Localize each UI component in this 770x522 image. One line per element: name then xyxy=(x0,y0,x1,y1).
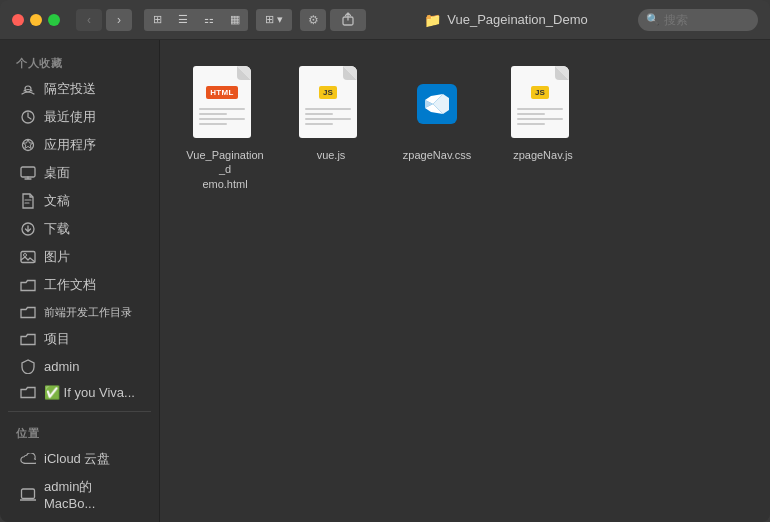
view-icon-columns[interactable]: ⚏ xyxy=(196,9,222,31)
file-name-zpagenav-js: zpageNav.js xyxy=(513,148,573,162)
share-icon xyxy=(342,12,354,28)
file-name-zpagenav-css: zpageNav.css xyxy=(403,148,471,162)
sidebar-item-label: 工作文档 xyxy=(44,276,96,294)
sidebar-item-frontend[interactable]: 前端开发工作目录 xyxy=(4,299,155,325)
minimize-button[interactable] xyxy=(30,14,42,26)
sort-buttons: ⊞ ▾ xyxy=(256,9,292,31)
file-name-vue-js: vue.js xyxy=(317,148,346,162)
toolbar-actions: ⚙ xyxy=(300,9,366,31)
sidebar-section-locations: 位置 xyxy=(0,418,159,445)
forward-icon: › xyxy=(117,13,121,27)
sidebar-section-personal: 个人收藏 xyxy=(0,48,159,75)
file-item-zpagenav-js[interactable]: JS zpageNav.js xyxy=(498,60,588,197)
sidebar-item-label: 最近使用 xyxy=(44,108,96,126)
frontend-folder-icon xyxy=(20,304,36,320)
sidebar-item-macbook[interactable]: admin的MacBo... xyxy=(4,473,155,516)
file-item-vue-html[interactable]: HTML Vue_Pagination_demo.html xyxy=(180,60,270,197)
sidebar-item-pictures[interactable]: 图片 xyxy=(4,243,155,271)
sidebar-item-label: admin的MacBo... xyxy=(44,478,139,511)
sidebar-item-label: iCloud 云盘 xyxy=(44,450,110,468)
recents-icon xyxy=(20,109,36,125)
search-box[interactable]: 🔍 xyxy=(638,9,758,31)
svg-point-3 xyxy=(23,140,34,151)
sidebar-item-admin[interactable]: admin xyxy=(4,353,155,379)
sidebar-item-viva[interactable]: ✅ If you Viva... xyxy=(4,379,155,405)
title-text: Vue_Pageination_Demo xyxy=(447,12,587,27)
view-icon-cover[interactable]: ▦ xyxy=(222,9,248,31)
sidebar: 个人收藏 隔空投送 最近使用 xyxy=(0,40,160,522)
sidebar-item-recents[interactable]: 最近使用 xyxy=(4,103,155,131)
sidebar-item-label: 前端开发工作目录 xyxy=(44,305,132,320)
projects-folder-icon xyxy=(20,331,36,347)
sidebar-item-label: 图片 xyxy=(44,248,70,266)
back-icon: ‹ xyxy=(87,13,91,27)
main-area: 个人收藏 隔空投送 最近使用 xyxy=(0,40,770,522)
share-button[interactable] xyxy=(330,9,366,31)
admin-icon xyxy=(20,358,36,374)
close-button[interactable] xyxy=(12,14,24,26)
sidebar-item-workdocs[interactable]: 工作文档 xyxy=(4,271,155,299)
view-more-btn[interactable]: ⊞ ▾ xyxy=(256,9,292,31)
maximize-button[interactable] xyxy=(48,14,60,26)
back-button[interactable]: ‹ xyxy=(76,9,102,31)
grid-icon: ⊞ xyxy=(153,13,162,26)
grid-dots-icon: ⊞ ▾ xyxy=(265,13,283,26)
sidebar-item-label: 隔空投送 xyxy=(44,80,96,98)
nav-buttons: ‹ › xyxy=(76,9,132,31)
file-icon-vue-js: JS xyxy=(299,66,363,142)
sidebar-item-label: admin xyxy=(44,359,79,374)
sidebar-item-label: 应用程序 xyxy=(44,136,96,154)
sidebar-item-label: ✅ If you Viva... xyxy=(44,385,135,400)
file-item-zpagenav-css[interactable]: zpageNav.css xyxy=(392,60,482,197)
svg-rect-4 xyxy=(21,167,35,177)
downloads-icon xyxy=(20,221,36,237)
viva-folder-icon xyxy=(20,384,36,400)
traffic-lights xyxy=(12,14,60,26)
sidebar-item-documents[interactable]: 文稿 xyxy=(4,187,155,215)
svg-rect-8 xyxy=(22,489,35,499)
view-icon-list[interactable]: ☰ xyxy=(170,9,196,31)
titlebar: ‹ › ⊞ ☰ ⚏ ▦ ⊞ ▾ ⚙ xyxy=(0,0,770,40)
sidebar-item-label: 下载 xyxy=(44,220,70,238)
file-badge-js: JS xyxy=(319,86,337,99)
svg-point-7 xyxy=(24,254,27,257)
forward-button[interactable]: › xyxy=(106,9,132,31)
apps-icon xyxy=(20,137,36,153)
sidebar-item-projects[interactable]: 项目 xyxy=(4,325,155,353)
workdocs-folder-icon xyxy=(20,277,36,293)
file-name-vue-html: Vue_Pagination_demo.html xyxy=(186,148,264,191)
icloud-icon xyxy=(20,451,36,467)
view-mode-group: ⊞ ☰ ⚏ ▦ xyxy=(144,9,248,31)
documents-icon xyxy=(20,193,36,209)
file-badge-html: HTML xyxy=(206,86,237,99)
sidebar-item-desktop[interactable]: 桌面 xyxy=(4,159,155,187)
file-area: HTML Vue_Pagination_demo.html JS xyxy=(160,40,770,522)
desktop-icon xyxy=(20,165,36,181)
search-icon: 🔍 xyxy=(646,13,660,26)
gear-button[interactable]: ⚙ xyxy=(300,9,326,31)
sidebar-item-apps[interactable]: 应用程序 xyxy=(4,131,155,159)
sidebar-item-airdrop[interactable]: 隔空投送 xyxy=(4,75,155,103)
window-title: 📁 Vue_Pageination_Demo xyxy=(374,12,638,28)
gear-icon: ⚙ xyxy=(308,13,319,27)
sidebar-item-hhd[interactable]: HHD xyxy=(4,516,155,522)
sidebar-item-label: 项目 xyxy=(44,330,70,348)
airdrop-icon xyxy=(20,81,36,97)
sidebar-item-label: 桌面 xyxy=(44,164,70,182)
list-icon: ☰ xyxy=(178,13,188,26)
file-badge-js2: JS xyxy=(531,86,549,99)
sidebar-item-downloads[interactable]: 下载 xyxy=(4,215,155,243)
file-icon-zpagenav-js: JS xyxy=(511,66,575,142)
sidebar-divider xyxy=(8,411,151,412)
sidebar-item-icloud[interactable]: iCloud 云盘 xyxy=(4,445,155,473)
title-folder-icon: 📁 xyxy=(424,12,441,28)
vscode-icon xyxy=(417,84,457,124)
file-icon-zpagenav-css xyxy=(405,66,469,142)
view-icon-grid[interactable]: ⊞ xyxy=(144,9,170,31)
search-input[interactable] xyxy=(664,13,754,27)
file-item-vue-js[interactable]: JS vue.js xyxy=(286,60,376,197)
pictures-icon xyxy=(20,249,36,265)
file-icon-html: HTML xyxy=(193,66,257,142)
columns-icon: ⚏ xyxy=(204,13,214,26)
cover-icon: ▦ xyxy=(230,13,240,26)
